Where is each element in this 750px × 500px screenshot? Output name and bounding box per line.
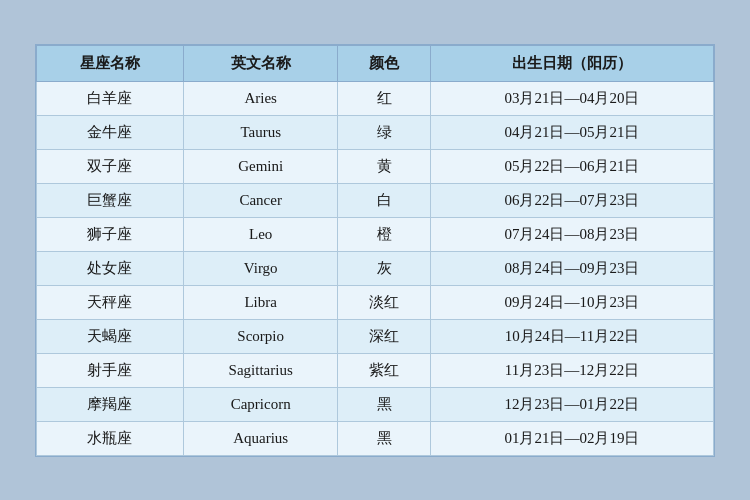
zodiac-table: 星座名称 英文名称 颜色 出生日期（阳历） 白羊座Aries红03月21日—04…: [36, 45, 714, 456]
zodiac-table-container: 星座名称 英文名称 颜色 出生日期（阳历） 白羊座Aries红03月21日—04…: [35, 44, 715, 457]
table-row: 水瓶座Aquarius黑01月21日—02月19日: [37, 421, 714, 455]
cell-english-name: Aries: [183, 81, 338, 115]
table-row: 狮子座Leo橙07月24日—08月23日: [37, 217, 714, 251]
header-english-name: 英文名称: [183, 45, 338, 81]
table-row: 摩羯座Capricorn黑12月23日—01月22日: [37, 387, 714, 421]
cell-dates: 09月24日—10月23日: [430, 285, 713, 319]
table-body: 白羊座Aries红03月21日—04月20日金牛座Taurus绿04月21日—0…: [37, 81, 714, 455]
cell-dates: 07月24日—08月23日: [430, 217, 713, 251]
cell-dates: 06月22日—07月23日: [430, 183, 713, 217]
cell-english-name: Gemini: [183, 149, 338, 183]
cell-english-name: Cancer: [183, 183, 338, 217]
table-row: 巨蟹座Cancer白06月22日—07月23日: [37, 183, 714, 217]
cell-dates: 04月21日—05月21日: [430, 115, 713, 149]
cell-chinese-name: 天蝎座: [37, 319, 184, 353]
cell-color: 绿: [338, 115, 431, 149]
cell-chinese-name: 金牛座: [37, 115, 184, 149]
cell-color: 黑: [338, 421, 431, 455]
cell-english-name: Sagittarius: [183, 353, 338, 387]
cell-dates: 12月23日—01月22日: [430, 387, 713, 421]
header-chinese-name: 星座名称: [37, 45, 184, 81]
cell-chinese-name: 摩羯座: [37, 387, 184, 421]
cell-color: 红: [338, 81, 431, 115]
cell-english-name: Leo: [183, 217, 338, 251]
cell-color: 白: [338, 183, 431, 217]
cell-english-name: Capricorn: [183, 387, 338, 421]
cell-chinese-name: 射手座: [37, 353, 184, 387]
cell-chinese-name: 狮子座: [37, 217, 184, 251]
cell-dates: 11月23日—12月22日: [430, 353, 713, 387]
cell-english-name: Scorpio: [183, 319, 338, 353]
cell-chinese-name: 天秤座: [37, 285, 184, 319]
cell-chinese-name: 水瓶座: [37, 421, 184, 455]
cell-chinese-name: 双子座: [37, 149, 184, 183]
table-row: 天蝎座Scorpio深红10月24日—11月22日: [37, 319, 714, 353]
cell-chinese-name: 处女座: [37, 251, 184, 285]
header-color: 颜色: [338, 45, 431, 81]
cell-english-name: Libra: [183, 285, 338, 319]
table-row: 射手座Sagittarius紫红11月23日—12月22日: [37, 353, 714, 387]
cell-dates: 08月24日—09月23日: [430, 251, 713, 285]
table-row: 天秤座Libra淡红09月24日—10月23日: [37, 285, 714, 319]
table-header-row: 星座名称 英文名称 颜色 出生日期（阳历）: [37, 45, 714, 81]
cell-english-name: Taurus: [183, 115, 338, 149]
table-row: 双子座Gemini黄05月22日—06月21日: [37, 149, 714, 183]
cell-color: 橙: [338, 217, 431, 251]
cell-dates: 03月21日—04月20日: [430, 81, 713, 115]
cell-color: 黄: [338, 149, 431, 183]
table-row: 白羊座Aries红03月21日—04月20日: [37, 81, 714, 115]
table-row: 金牛座Taurus绿04月21日—05月21日: [37, 115, 714, 149]
cell-dates: 10月24日—11月22日: [430, 319, 713, 353]
cell-color: 灰: [338, 251, 431, 285]
cell-color: 黑: [338, 387, 431, 421]
header-dates: 出生日期（阳历）: [430, 45, 713, 81]
cell-color: 淡红: [338, 285, 431, 319]
cell-chinese-name: 白羊座: [37, 81, 184, 115]
cell-dates: 01月21日—02月19日: [430, 421, 713, 455]
cell-color: 紫红: [338, 353, 431, 387]
cell-english-name: Aquarius: [183, 421, 338, 455]
cell-color: 深红: [338, 319, 431, 353]
table-row: 处女座Virgo灰08月24日—09月23日: [37, 251, 714, 285]
cell-english-name: Virgo: [183, 251, 338, 285]
cell-chinese-name: 巨蟹座: [37, 183, 184, 217]
cell-dates: 05月22日—06月21日: [430, 149, 713, 183]
